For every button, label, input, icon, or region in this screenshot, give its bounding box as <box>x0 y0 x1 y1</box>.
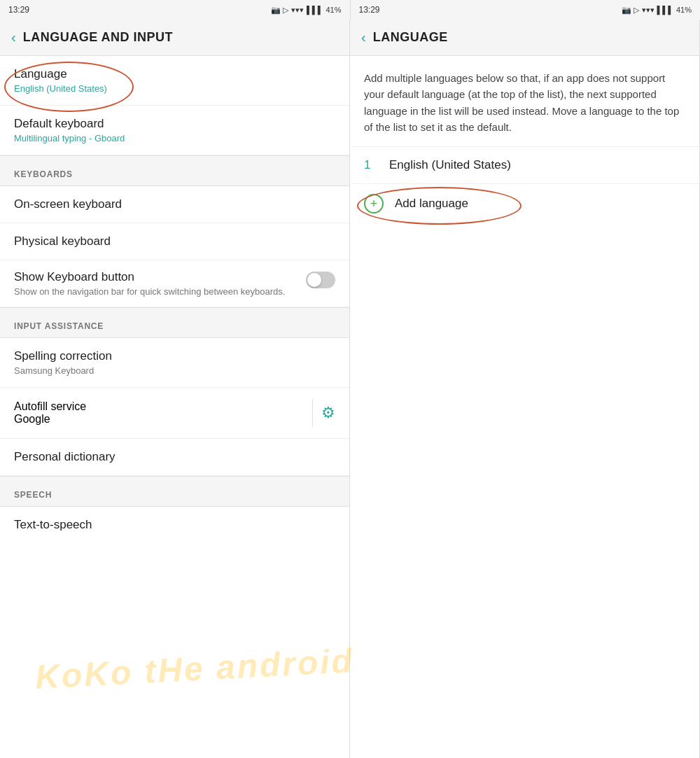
language-name-1: English (United States) <box>389 158 511 172</box>
left-status-icons: 📷 ▷ ▾▾▾ ▌▌▌ 41% <box>271 6 341 15</box>
left-signal-icon: ▌▌▌ <box>307 6 323 14</box>
show-keyboard-button-row[interactable]: Show Keyboard button Show on the navigat… <box>0 260 349 307</box>
keyboards-section-title: KEYBOARDS <box>14 169 73 179</box>
left-wifi-icon: ▾▾▾ <box>291 6 304 15</box>
speech-section-header: SPEECH <box>0 476 349 507</box>
language-description: Add multiple languages below so that, if… <box>350 56 699 147</box>
left-screen-header: ‹ LANGUAGE AND INPUT <box>0 20 349 56</box>
tts-item[interactable]: Text-to-speech <box>0 507 349 543</box>
left-screen-title: LANGUAGE AND INPUT <box>23 30 173 45</box>
show-keyboard-title: Show Keyboard button <box>14 270 295 284</box>
add-language-label: Add language <box>395 197 468 211</box>
right-screen-content: Add multiple languages below so that, if… <box>350 56 699 758</box>
right-battery: 41% <box>676 6 692 14</box>
autofill-row[interactable]: Autofill service Google ⚙ <box>0 388 349 439</box>
show-keyboard-toggle[interactable] <box>306 272 335 288</box>
language-number-1: 1 <box>364 158 378 172</box>
spelling-correction-subtitle: Samsung Keyboard <box>14 365 335 376</box>
add-language-wrapper: + Add language <box>350 184 699 223</box>
default-keyboard-subtitle: Multilingual typing - Gboard <box>14 133 335 143</box>
language-list-item-1[interactable]: 1 English (United States) <box>350 147 699 184</box>
right-status-bar: 13:29 📷 ▷ ▾▾▾ ▌▌▌ 41% <box>351 0 701 20</box>
autofill-divider <box>312 399 313 427</box>
on-screen-keyboard-item[interactable]: On-screen keyboard <box>0 186 349 223</box>
add-language-plus-icon: + <box>364 194 384 213</box>
right-screen: ‹ LANGUAGE Add multiple languages below … <box>350 20 700 758</box>
language-title: Language <box>14 67 335 81</box>
right-wifi-icon: ▾▾▾ <box>642 6 654 15</box>
personal-dictionary-title: Personal dictionary <box>14 450 335 464</box>
spelling-correction-item[interactable]: Spelling correction Samsung Keyboard <box>0 338 349 388</box>
speech-section-title: SPEECH <box>14 490 52 500</box>
right-back-arrow[interactable]: ‹ <box>361 29 366 45</box>
tts-title: Text-to-speech <box>14 518 335 532</box>
physical-keyboard-item[interactable]: Physical keyboard <box>0 223 349 260</box>
status-bar: 13:29 📷 ▷ ▾▾▾ ▌▌▌ 41% 13:29 📷 ▷ ▾▾▾ ▌▌▌ … <box>0 0 700 20</box>
default-keyboard-item[interactable]: Default keyboard Multilingual typing - G… <box>0 106 349 155</box>
physical-keyboard-title: Physical keyboard <box>14 234 335 248</box>
left-battery: 41% <box>326 6 341 14</box>
spelling-correction-title: Spelling correction <box>14 349 335 363</box>
right-screen-title: LANGUAGE <box>373 30 448 45</box>
screens-container: ‹ LANGUAGE AND INPUT Language English (U… <box>0 20 700 758</box>
left-settings-content: Language English (United States) Default… <box>0 56 349 758</box>
keyboards-section-header: KEYBOARDS <box>0 155 349 186</box>
show-keyboard-subtitle: Show on the navigation bar for quick swi… <box>14 286 295 297</box>
right-notification-icons: 📷 ▷ <box>622 6 639 15</box>
left-time: 13:29 <box>8 5 29 15</box>
right-signal-icon: ▌▌▌ <box>657 6 673 14</box>
show-keyboard-text: Show Keyboard button Show on the navigat… <box>14 270 306 297</box>
input-assistance-title: INPUT ASSISTANCE <box>14 321 104 331</box>
left-screen: ‹ LANGUAGE AND INPUT Language English (U… <box>0 20 350 758</box>
left-status-bar: 13:29 📷 ▷ ▾▾▾ ▌▌▌ 41% <box>0 0 351 20</box>
autofill-text: Autofill service Google <box>14 400 304 426</box>
default-keyboard-title: Default keyboard <box>14 117 335 131</box>
left-back-arrow[interactable]: ‹ <box>11 29 16 45</box>
autofill-subtitle: Google <box>14 413 304 426</box>
language-subtitle: English (United States) <box>14 83 335 94</box>
right-time: 13:29 <box>359 5 380 15</box>
on-screen-keyboard-title: On-screen keyboard <box>14 197 335 211</box>
language-item-wrapper: Language English (United States) <box>0 56 349 106</box>
autofill-title: Autofill service <box>14 400 304 413</box>
language-setting-item[interactable]: Language English (United States) <box>0 56 349 106</box>
personal-dictionary-item[interactable]: Personal dictionary <box>0 439 349 476</box>
input-assistance-section-header: INPUT ASSISTANCE <box>0 307 349 338</box>
autofill-gear-icon[interactable]: ⚙ <box>321 404 335 422</box>
right-screen-header: ‹ LANGUAGE <box>350 20 699 56</box>
add-language-row[interactable]: + Add language <box>350 184 699 223</box>
right-status-icons: 📷 ▷ ▾▾▾ ▌▌▌ 41% <box>622 6 692 15</box>
left-notification-icons: 📷 ▷ <box>271 6 288 15</box>
